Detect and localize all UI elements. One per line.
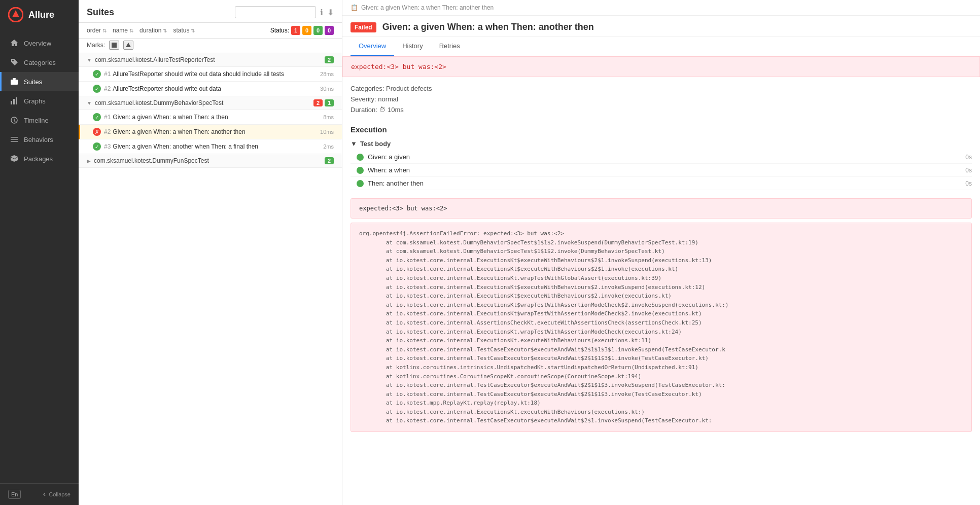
svg-rect-9 [11,139,18,140]
sort-name[interactable]: name ⇅ [113,27,133,34]
sidebar-item-timeline[interactable]: Timeline [0,111,79,130]
suite-group-behavior-counts: 2 1 [313,99,334,106]
suite-group-allure-count: 2 [325,56,334,63]
step-row: Given: a given [357,153,965,161]
tab-retries[interactable]: Retries [431,37,468,56]
tab-overview[interactable]: Overview [351,37,394,56]
error-detail-box: expected:<3> but was:<2> [351,198,972,219]
test-name: AllureTestReporter should write out data… [113,70,320,78]
test-num: #3 [104,143,111,150]
sidebar-item-overview[interactable]: Overview [0,33,79,53]
suite-group-behavior[interactable]: ▼ com.sksamuel.kotest.DummyBehaviorSpecT… [79,96,342,110]
test-item[interactable]: ✓ #2 AllureTestReporter should write out… [79,82,342,96]
mark-filled-icon[interactable] [109,41,119,50]
svg-marker-1 [12,10,19,17]
sort-order[interactable]: order ⇅ [87,27,107,34]
breadcrumb-icon: 📋 [351,4,358,11]
order-sort-icon: ⇅ [102,28,107,33]
sidebar-item-categories[interactable]: Categories [0,53,79,72]
sidebar-item-behaviors[interactable]: Behaviors [0,130,79,149]
execution-title: Execution [351,122,972,138]
suites-header: Suites ℹ ⬇ [79,0,342,23]
chevron-down-icon: ▼ [351,140,357,148]
step-name: When: a when [368,166,410,174]
chevron-down-icon: ▼ [87,100,92,106]
name-sort-icon: ⇅ [129,28,133,33]
allure-logo-icon [8,7,23,22]
test-num: #2 [104,128,111,135]
tab-history[interactable]: History [394,37,431,56]
info-icon[interactable]: ℹ [320,8,323,17]
sidebar-overview-label: Overview [24,40,51,47]
order-label: order [87,27,101,34]
status-broken-count[interactable]: 0 [302,26,311,35]
suites-panel: Suites ℹ ⬇ order ⇅ name ⇅ duration ⇅ sta… [79,0,342,505]
main-content: Suites ℹ ⬇ order ⇅ name ⇅ duration ⇅ sta… [79,0,980,505]
sidebar-categories-label: Categories [24,59,56,66]
sort-duration[interactable]: duration ⇅ [139,27,167,34]
sidebar-item-graphs[interactable]: Graphs [0,91,79,111]
error-summary: expected:<3> but was:<2> [342,56,980,77]
test-duration: 2ms [323,143,334,150]
test-item[interactable]: ✓ #3 Given: a given When: another when T… [79,139,342,154]
test-passed-icon: ✓ [93,70,101,78]
step-status-icon [357,180,364,187]
test-item[interactable]: ✓ #1 Given: a given When: a when Then: a… [79,110,342,125]
briefcase-icon [10,77,19,86]
step-duration: 0s [965,154,972,161]
detail-tabs: Overview History Retries [342,37,980,56]
home-icon [10,39,19,48]
suite-group-behavior-name: ▼ com.sksamuel.kotest.DummyBehaviorSpecT… [87,99,223,106]
duration-label: duration [139,27,161,34]
download-icon[interactable]: ⬇ [327,8,334,17]
test-duration: 8ms [323,114,334,120]
marks-label: Marks: [87,42,105,49]
severity-row: Severity: normal [351,94,972,104]
test-body-header[interactable]: ▼ Test body [351,138,972,151]
test-num: #1 [104,114,111,121]
sidebar-item-packages[interactable]: Packages [0,149,79,168]
suite-group-fun[interactable]: ▶ com.sksamuel.kotest.DummyFunSpecTest 2 [79,154,342,168]
suites-search-input[interactable] [235,6,316,18]
svg-rect-8 [11,137,18,138]
sidebar-graphs-label: Graphs [24,97,46,105]
svg-rect-4 [11,101,12,104]
test-name: Given: a given When: a when Then: a then [113,114,323,121]
test-body-label: Test body [360,140,391,148]
suite-group-allure-name: ▼ com.sksamuel.kotest.AllureTestReporter… [87,56,215,63]
categories-value: Product defects [386,85,432,92]
sidebar-timeline-label: Timeline [24,117,49,124]
sidebar-behaviors-label: Behaviors [24,136,53,143]
suites-toolbar: order ⇅ name ⇅ duration ⇅ status ⇅ Statu… [79,23,342,39]
step-duration: 0s [965,180,972,187]
status-skipped-count[interactable]: 0 [325,26,334,35]
collapse-button[interactable]: Collapse [42,491,71,497]
step-status-icon [357,167,364,174]
test-item[interactable]: ✓ #1 AllureTestReporter should write out… [79,67,342,82]
sidebar-item-suites[interactable]: Suites [0,72,79,91]
svg-rect-10 [11,141,18,142]
step-row: When: a when [357,166,965,174]
package-icon [10,154,19,163]
step-name: Then: another then [368,179,424,187]
sort-status[interactable]: status ⇅ [173,27,195,34]
execution-section: Execution ▼ Test body Given: a given 0s … [342,118,980,194]
status-failed-count[interactable]: 1 [291,26,300,35]
error-detail-text: expected:<3> but was:<2> [359,205,447,212]
duration-value: 10ms [388,106,404,114]
suite-group-allure[interactable]: ▼ com.sksamuel.kotest.AllureTestReporter… [79,53,342,67]
chevron-right-icon: ▶ [87,158,91,164]
sidebar-nav: Overview Categories Suites Graphs Timeli… [0,29,79,483]
suite-group-fun-label: com.sksamuel.kotest.DummyFunSpecTest [94,157,209,164]
lang-badge[interactable]: En [8,490,21,499]
step-row: Then: another then [357,179,965,187]
status-passed-count[interactable]: 0 [313,26,323,35]
step-item: Given: a given 0s [351,151,972,164]
duration-clock-icon: ⏱ [379,106,386,114]
suite-group-fun-name: ▶ com.sksamuel.kotest.DummyFunSpecTest [87,157,209,164]
step-status-icon [357,154,364,161]
severity-value: normal [378,95,398,103]
test-item-selected[interactable]: ✗ #2 Given: a given When: a when Then: a… [79,125,342,139]
mark-triangle-icon[interactable] [123,41,133,50]
duration-sort-icon: ⇅ [163,28,167,33]
